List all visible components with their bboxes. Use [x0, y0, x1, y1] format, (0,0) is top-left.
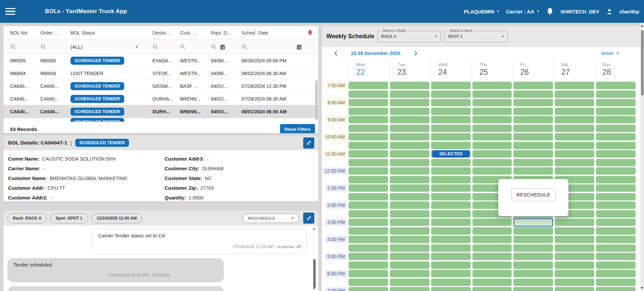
schedule-slot[interactable] — [472, 142, 512, 149]
col-header-bol-no[interactable]: BOL No. — [10, 30, 40, 36]
calendar-icon[interactable] — [219, 44, 226, 50]
schedule-slot[interactable] — [390, 253, 429, 260]
schedule-slot[interactable] — [390, 201, 429, 209]
schedule-slot[interactable] — [472, 279, 512, 286]
selected-slot-badge[interactable]: SELECTED — [432, 150, 470, 158]
schedule-slot[interactable] — [349, 142, 388, 149]
schedule-slot[interactable] — [390, 116, 429, 123]
schedule-slot[interactable] — [349, 116, 388, 123]
schedule-slot[interactable] — [472, 227, 512, 235]
schedule-slot[interactable] — [513, 279, 553, 286]
schedule-slot[interactable] — [555, 167, 594, 175]
window-scrollbar[interactable] — [640, 23, 644, 291]
schedule-slot[interactable] — [596, 125, 636, 132]
filter-destination[interactable] — [152, 44, 180, 50]
chat-scrollbar-thumb[interactable] — [313, 259, 316, 288]
table-row[interactable]: 990005 990005 SCHEDULED TENDER EVADA... … — [3, 54, 318, 67]
schedule-slot[interactable] — [349, 159, 388, 166]
chat-scroll-up-icon[interactable]: ▲ — [313, 227, 316, 230]
schedule-slot[interactable] — [431, 99, 471, 106]
schedule-slot[interactable] — [472, 244, 512, 252]
schedule-slot[interactable] — [596, 279, 636, 286]
schedule-slot[interactable] — [555, 227, 594, 235]
day-header-mon[interactable]: Mon22 — [349, 60, 389, 81]
schedule-slot[interactable] — [513, 133, 553, 140]
schedule-slot[interactable] — [431, 159, 471, 166]
schedule-slot[interactable] — [472, 287, 512, 291]
schedule-slot[interactable] — [431, 279, 471, 286]
schedule-slot[interactable] — [390, 219, 429, 226]
expand-scheduler-button[interactable] — [303, 213, 314, 224]
schedule-slot[interactable] — [513, 142, 553, 149]
schedule-slot[interactable] — [431, 219, 471, 226]
menu-icon[interactable] — [5, 6, 15, 17]
schedule-slot[interactable] — [596, 176, 636, 183]
table-row[interactable]: CA640... CA640... SCHEDULED TENDER DURHA… — [3, 93, 318, 105]
schedule-slot[interactable] — [513, 227, 553, 235]
schedule-slot[interactable] — [390, 287, 429, 291]
schedule-slot[interactable] — [349, 201, 388, 209]
schedule-slot[interactable] — [472, 82, 512, 89]
schedule-slot[interactable] — [596, 244, 636, 252]
schedule-slot[interactable] — [513, 116, 553, 123]
schedule-slot[interactable] — [472, 116, 512, 123]
user-icon[interactable] — [606, 8, 613, 15]
day-header-sun[interactable]: Sun28 — [595, 60, 636, 81]
schedule-slot[interactable] — [431, 133, 471, 140]
action-dropdown[interactable]: RESCHEDULE ▼ — [243, 214, 299, 223]
schedule-slot[interactable] — [431, 184, 471, 192]
schedule-slot[interactable] — [349, 176, 388, 183]
schedule-slot[interactable] — [596, 270, 636, 277]
schedule-slot[interactable] — [472, 99, 512, 106]
schedule-slot[interactable] — [349, 236, 388, 243]
schedule-slot[interactable] — [513, 270, 553, 277]
schedule-slot[interactable] — [390, 108, 429, 115]
day-header-fri[interactable]: Fri26 — [513, 60, 554, 81]
schedule-slot[interactable] — [596, 184, 636, 192]
schedule-slot[interactable] — [513, 253, 553, 260]
filter-order[interactable] — [40, 44, 71, 50]
filter-status-dropdown[interactable]: (ALL) ▼ — [71, 44, 152, 50]
schedule-slot[interactable] — [349, 270, 388, 277]
schedule-slot[interactable] — [555, 270, 594, 277]
schedule-slot[interactable] — [513, 244, 553, 252]
schedule-slot[interactable] — [555, 133, 594, 140]
schedule-slot[interactable] — [513, 150, 553, 158]
filter-bol-no[interactable] — [10, 44, 40, 50]
table-row-partial[interactable]: SCHEDULED TENDER — [3, 118, 318, 122]
search-icon[interactable] — [211, 44, 217, 50]
scroll-down-icon[interactable] — [641, 287, 643, 289]
table-scrollbar[interactable] — [315, 80, 318, 120]
schedule-slot[interactable] — [596, 91, 636, 98]
schedule-slot[interactable] — [349, 82, 388, 89]
schedule-slot[interactable] — [431, 176, 471, 183]
schedule-slot[interactable] — [431, 236, 471, 243]
schedule-slot[interactable] — [472, 261, 512, 269]
schedule-slot[interactable] — [513, 125, 553, 132]
schedule-slot[interactable] — [349, 150, 388, 158]
search-icon[interactable] — [241, 44, 247, 50]
schedule-slot[interactable] — [513, 261, 553, 269]
chat-scroll-down-icon[interactable]: ▼ — [313, 287, 316, 290]
col-header-request-date[interactable]: Rqst. D... — [211, 30, 241, 36]
schedule-slot[interactable] — [349, 210, 388, 218]
schedule-slot[interactable] — [472, 108, 512, 115]
schedule-slot[interactable] — [596, 193, 636, 200]
schedule-slot[interactable] — [431, 244, 471, 252]
schedule-slot[interactable] — [596, 99, 636, 106]
schedule-slot[interactable] — [349, 125, 388, 132]
schedule-slot[interactable] — [596, 236, 636, 243]
schedule-slot[interactable] — [555, 253, 594, 260]
schedule-slot[interactable] — [472, 133, 512, 140]
schedule-slot[interactable] — [555, 150, 594, 158]
schedule-slot[interactable] — [349, 167, 388, 175]
schedule-slot[interactable] — [349, 253, 388, 260]
schedule-slot[interactable] — [431, 116, 471, 123]
schedule-slot[interactable] — [555, 116, 594, 123]
schedule-slot[interactable] — [472, 219, 512, 226]
schedule-slot[interactable] — [472, 150, 512, 158]
schedule-slot[interactable] — [555, 142, 594, 149]
view-mode-dropdown[interactable]: Week ▼ — [601, 51, 619, 56]
schedule-slot[interactable] — [431, 227, 471, 235]
schedule-slot[interactable] — [555, 236, 594, 243]
